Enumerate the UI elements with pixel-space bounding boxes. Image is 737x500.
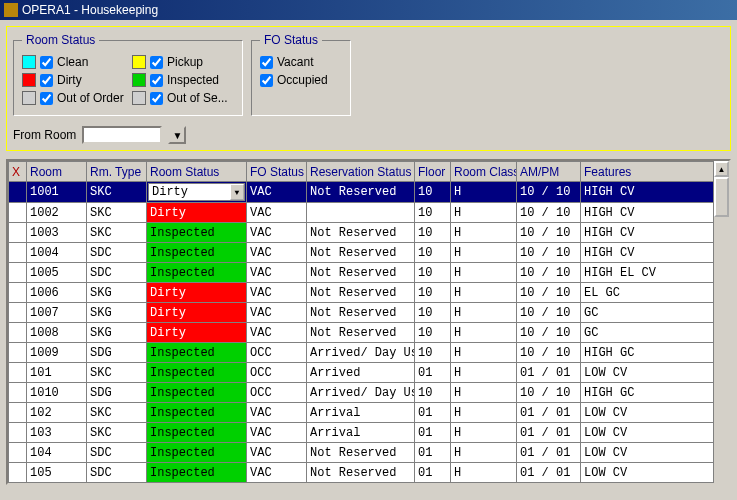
cell-features[interactable]: HIGH CV xyxy=(581,223,729,243)
table-row[interactable]: 104SDCInspectedVACNot Reserved01H01 / 01… xyxy=(9,443,729,463)
cell-features[interactable]: LOW CV xyxy=(581,403,729,423)
col-room-status[interactable]: Room Status xyxy=(147,162,247,182)
cell-room-status[interactable]: Inspected xyxy=(147,343,247,363)
cell-am-pm[interactable]: 10 / 10 xyxy=(517,283,581,303)
from-room-input[interactable] xyxy=(82,126,162,144)
cell-am-pm[interactable]: 10 / 10 xyxy=(517,303,581,323)
cell-floor[interactable]: 10 xyxy=(415,283,451,303)
cell-room[interactable]: 1001 xyxy=(27,182,87,203)
cell-fo[interactable]: VAC xyxy=(247,243,307,263)
table-row[interactable]: 105SDCInspectedVACNot Reserved01H01 / 01… xyxy=(9,463,729,483)
cell-fo[interactable]: VAC xyxy=(247,223,307,243)
cell-x[interactable] xyxy=(9,283,27,303)
cell-reservation[interactable]: Not Reserved xyxy=(307,443,415,463)
cell-features[interactable]: HIGH EL CV xyxy=(581,263,729,283)
cell-fo[interactable]: VAC xyxy=(247,283,307,303)
fo-status-checkbox[interactable] xyxy=(260,74,273,87)
cell-floor[interactable]: 10 xyxy=(415,383,451,403)
cell-room-class[interactable]: H xyxy=(451,463,517,483)
table-row[interactable]: 102SKCInspectedVACArrival01H01 / 01LOW C… xyxy=(9,403,729,423)
cell-room-class[interactable]: H xyxy=(451,403,517,423)
fo-status-checkbox[interactable] xyxy=(260,56,273,69)
cell-room-class[interactable]: H xyxy=(451,223,517,243)
cell-am-pm[interactable]: 10 / 10 xyxy=(517,223,581,243)
cell-am-pm[interactable]: 01 / 01 xyxy=(517,443,581,463)
cell-features[interactable]: HIGH CV xyxy=(581,203,729,223)
cell-floor[interactable]: 10 xyxy=(415,223,451,243)
table-row[interactable]: 103SKCInspectedVACArrival01H01 / 01LOW C… xyxy=(9,423,729,443)
room-status-checkbox[interactable] xyxy=(150,56,163,69)
cell-room-status[interactable]: Inspected xyxy=(147,423,247,443)
table-row[interactable]: 1009SDGInspectedOCCArrived/ Day Use/10H1… xyxy=(9,343,729,363)
cell-reservation[interactable]: Arrival xyxy=(307,423,415,443)
room-status-checkbox[interactable] xyxy=(40,56,53,69)
room-status-checkbox[interactable] xyxy=(40,92,53,105)
cell-features[interactable]: GC xyxy=(581,303,729,323)
cell-features[interactable]: HIGH CV xyxy=(581,243,729,263)
cell-room[interactable]: 103 xyxy=(27,423,87,443)
cell-x[interactable] xyxy=(9,463,27,483)
cell-rm-type[interactable]: SKG xyxy=(87,283,147,303)
cell-am-pm[interactable]: 10 / 10 xyxy=(517,182,581,203)
cell-fo[interactable]: OCC xyxy=(247,343,307,363)
col-features[interactable]: Features xyxy=(581,162,729,182)
cell-room-class[interactable]: H xyxy=(451,182,517,203)
cell-fo[interactable]: VAC xyxy=(247,403,307,423)
cell-x[interactable] xyxy=(9,363,27,383)
table-row[interactable]: 101SKCInspectedOCCArrived01H01 / 01LOW C… xyxy=(9,363,729,383)
col-fo-status[interactable]: FO Status xyxy=(247,162,307,182)
cell-room-status[interactable]: Inspected xyxy=(147,463,247,483)
cell-room-class[interactable]: H xyxy=(451,363,517,383)
col-am-pm[interactable]: AM/PM xyxy=(517,162,581,182)
cell-room[interactable]: 102 xyxy=(27,403,87,423)
cell-room-class[interactable]: H xyxy=(451,283,517,303)
cell-rm-type[interactable]: SKG xyxy=(87,323,147,343)
cell-reservation[interactable]: Not Reserved xyxy=(307,323,415,343)
cell-x[interactable] xyxy=(9,223,27,243)
cell-reservation[interactable]: Arrived/ Day Use/ xyxy=(307,343,415,363)
cell-room[interactable]: 1010 xyxy=(27,383,87,403)
cell-room-status[interactable]: Inspected xyxy=(147,363,247,383)
cell-rm-type[interactable]: SDC xyxy=(87,263,147,283)
cell-features[interactable]: LOW CV xyxy=(581,363,729,383)
cell-reservation[interactable]: Not Reserved xyxy=(307,182,415,203)
col-reservation[interactable]: Reservation Status xyxy=(307,162,415,182)
cell-floor[interactable]: 01 xyxy=(415,403,451,423)
cell-x[interactable] xyxy=(9,403,27,423)
col-room[interactable]: Room xyxy=(27,162,87,182)
table-row[interactable]: 1008SKGDirtyVACNot Reserved10H10 / 10GC xyxy=(9,323,729,343)
cell-reservation[interactable]: Arrival xyxy=(307,403,415,423)
cell-reservation[interactable]: Not Reserved xyxy=(307,223,415,243)
cell-features[interactable]: LOW CV xyxy=(581,443,729,463)
cell-room[interactable]: 1008 xyxy=(27,323,87,343)
cell-rm-type[interactable]: SKC xyxy=(87,403,147,423)
cell-reservation[interactable] xyxy=(307,203,415,223)
cell-floor[interactable]: 10 xyxy=(415,303,451,323)
cell-features[interactable]: LOW CV xyxy=(581,463,729,483)
cell-features[interactable]: EL GC xyxy=(581,283,729,303)
cell-room-class[interactable]: H xyxy=(451,343,517,363)
cell-rm-type[interactable]: SKC xyxy=(87,182,147,203)
room-status-dropdown[interactable]: Dirty▼ xyxy=(148,183,245,201)
cell-reservation[interactable]: Arrived xyxy=(307,363,415,383)
cell-room[interactable]: 1005 xyxy=(27,263,87,283)
cell-floor[interactable]: 10 xyxy=(415,323,451,343)
cell-reservation[interactable]: Not Reserved xyxy=(307,243,415,263)
cell-rm-type[interactable]: SKC xyxy=(87,203,147,223)
room-status-checkbox[interactable] xyxy=(150,92,163,105)
cell-floor[interactable]: 10 xyxy=(415,182,451,203)
cell-room-class[interactable]: H xyxy=(451,443,517,463)
cell-fo[interactable]: OCC xyxy=(247,383,307,403)
cell-features[interactable]: HIGH GC xyxy=(581,343,729,363)
table-row[interactable]: 1007SKGDirtyVACNot Reserved10H10 / 10GC xyxy=(9,303,729,323)
cell-x[interactable] xyxy=(9,383,27,403)
cell-rm-type[interactable]: SDG xyxy=(87,383,147,403)
cell-fo[interactable]: OCC xyxy=(247,363,307,383)
cell-am-pm[interactable]: 10 / 10 xyxy=(517,323,581,343)
cell-room-status[interactable]: Inspected xyxy=(147,263,247,283)
cell-am-pm[interactable]: 01 / 01 xyxy=(517,403,581,423)
cell-room-status[interactable]: Dirty xyxy=(147,323,247,343)
cell-room-class[interactable]: H xyxy=(451,203,517,223)
cell-floor[interactable]: 10 xyxy=(415,343,451,363)
cell-rm-type[interactable]: SKC xyxy=(87,363,147,383)
